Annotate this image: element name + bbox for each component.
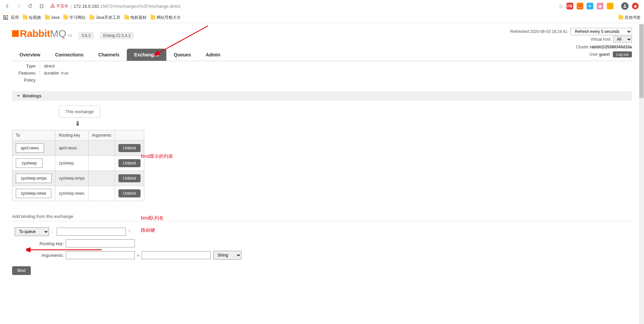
tab-queues[interactable]: Queues [166, 49, 198, 61]
logo-tm: TM [67, 34, 72, 38]
arguments-cell [88, 156, 115, 171]
bookmark-item[interactable]: 网站导航大全 [151, 15, 181, 20]
logout-button[interactable]: Log out [613, 51, 632, 57]
this-exchange-box: This exchange [59, 105, 100, 118]
erlang-badge: Erlang 22.3.4.1 [100, 32, 134, 39]
folder-icon [63, 15, 68, 19]
tab-exchanges[interactable]: Exchanges [127, 49, 166, 61]
queue-link[interactable]: zysheep.emps [16, 174, 52, 183]
equals-sign: = [137, 253, 140, 258]
arguments-label: Arguments: [12, 253, 66, 258]
required-indicator: * [128, 229, 130, 234]
table-row: zysheep zysheep Unbind [12, 156, 144, 171]
home-button[interactable] [37, 1, 46, 11]
rabbitmq-logo[interactable]: RabbitMQ TM [12, 28, 72, 39]
table-row: zysheep.news zysheep.news Unbind [12, 186, 144, 201]
arguments-cell [88, 171, 115, 186]
unbind-button[interactable]: Unbind [118, 144, 141, 152]
chevron-down-icon [17, 95, 20, 97]
argument-type-select[interactable]: String [213, 251, 241, 260]
other-bookmarks[interactable]: 其他书签 [619, 15, 641, 20]
argument-value-input[interactable] [142, 251, 211, 259]
reload-button[interactable] [25, 1, 35, 11]
unbind-button[interactable]: Unbind [118, 174, 141, 182]
header-info: Refreshed 2020-06-03 16:24:41 Refresh ev… [511, 28, 632, 58]
page-content: Refreshed 2020-06-03 16:24:41 Refresh ev… [0, 23, 644, 288]
vhost-select[interactable]: All [613, 36, 632, 43]
star-icon[interactable]: ☆ [558, 3, 563, 9]
folder-icon [90, 15, 94, 19]
bind-button[interactable]: Bind [12, 266, 31, 275]
form-row-arguments: Arguments: = String [12, 251, 632, 260]
bookmark-item[interactable]: Java [45, 15, 59, 20]
tab-admin[interactable]: Admin [198, 49, 228, 61]
table-row: zysheep.emps zysheep.emps Unbind [12, 171, 144, 186]
insecure-label: 不安全 [56, 3, 68, 9]
toolbar-right: ☆ FB 🦊 ✦ ◕ 🐥 | ◆ [558, 2, 641, 10]
argument-key-input[interactable] [66, 251, 135, 259]
tab-channels[interactable]: Channels [91, 49, 127, 61]
logo-mark-icon [12, 30, 19, 37]
extension-icon[interactable]: ◆ [632, 3, 639, 9]
extension-icon[interactable]: ◕ [597, 3, 603, 9]
routing-key-label: Routing key: [12, 241, 66, 246]
bookmark-item[interactable]: 学习网站 [63, 15, 86, 20]
bindings-section-header[interactable]: Bindings [12, 91, 632, 101]
logo-text-mq: MQ [50, 28, 66, 39]
toolbar: 不安全 | 172.16.0.192:15672/#/exchanges/%2F… [0, 0, 644, 12]
table-row: april.news april.news Unbind [12, 141, 144, 156]
add-binding-title: Add binding from this exchange [12, 214, 632, 219]
extension-icon[interactable]: ✦ [587, 3, 593, 9]
bookmark-item[interactable]: 电影题材 [124, 15, 147, 20]
profile-avatar[interactable] [621, 2, 629, 10]
svg-rect-6 [17, 33, 19, 37]
scrollbar[interactable] [639, 24, 644, 288]
routing-key-cell: zysheep.emps [55, 171, 88, 186]
address-bar[interactable]: 不安全 | 172.16.0.192:15672/#/exchanges/%2F… [48, 3, 556, 9]
to-type-select[interactable]: To queue [15, 227, 49, 236]
vhost-label: Virtual host [591, 37, 611, 42]
version-badge: 3.8.3 [78, 32, 94, 39]
logo-text-rabbit: Rabbit [20, 28, 50, 39]
extension-icon[interactable]: 🦊 [577, 3, 583, 9]
refresh-interval-select[interactable]: Refresh every 5 seconds [571, 28, 632, 35]
form-row-routing-key: Routing key: [12, 239, 632, 247]
bookmark-item[interactable]: 短视频 [23, 15, 41, 20]
unbind-button[interactable]: Unbind [118, 159, 141, 167]
url-path: /#/exchanges/%2F/exchange.direct [112, 4, 180, 9]
cluster-name: rabbit@25386340d10a [590, 45, 632, 49]
arguments-cell [88, 186, 115, 201]
bookmarks-bar: 应用 短视频 Java 学习网站 Java开发工具 电影题材 网站导航大全 其他… [0, 12, 644, 23]
unbind-button[interactable]: Unbind [118, 189, 141, 197]
queue-link[interactable]: april.news [16, 143, 44, 153]
extension-icon[interactable]: FB [567, 3, 573, 9]
queue-link[interactable]: zysheep [16, 158, 43, 168]
routing-key-input[interactable] [66, 239, 135, 247]
back-button[interactable] [3, 1, 12, 11]
extension-icon[interactable]: 🐥 [607, 3, 613, 9]
folder-icon [151, 15, 155, 19]
url-separator: | [70, 4, 71, 9]
forward-button[interactable] [14, 1, 23, 11]
tab-overview[interactable]: Overview [12, 49, 48, 61]
user-name: guest [599, 52, 610, 57]
refreshed-label: Refreshed [511, 29, 529, 34]
tab-connections[interactable]: Connections [48, 49, 91, 61]
svg-point-2 [624, 4, 626, 6]
feature-key: durable: [44, 71, 60, 76]
routing-key-cell: zysheep [55, 156, 88, 171]
svg-rect-4 [14, 30, 16, 34]
feature-value: true [61, 71, 68, 76]
warning-icon [50, 3, 55, 9]
col-action [115, 130, 144, 141]
to-queue-input[interactable] [57, 228, 126, 236]
folder-icon [124, 15, 129, 19]
apps-shortcut[interactable]: 应用 [3, 15, 19, 20]
bookmark-item[interactable]: Java开发工具 [90, 15, 120, 20]
folder-icon [23, 15, 28, 19]
arguments-cell [88, 141, 115, 156]
folder-icon [619, 15, 623, 19]
queue-link[interactable]: zysheep.news [16, 189, 51, 198]
scrollbar-thumb[interactable] [639, 24, 644, 98]
cluster-label: Cluster [576, 45, 589, 49]
